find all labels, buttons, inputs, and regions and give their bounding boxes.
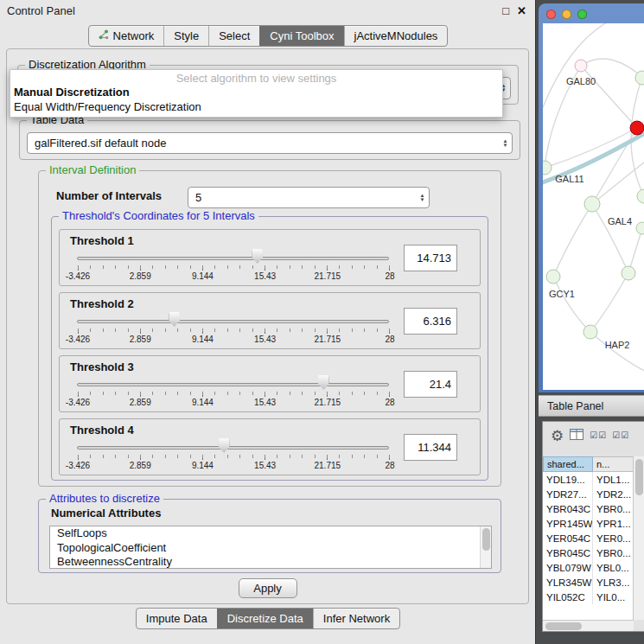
cell: YDR27... [543,487,593,501]
table-row[interactable]: YPR145WYPR1... [543,516,634,531]
list-item[interactable]: BetweennessCentrality [50,555,491,569]
scrollbar-thumb[interactable] [482,528,490,551]
network-node[interactable] [546,270,560,284]
table-row[interactable]: YBR045CYBR0... [543,545,634,560]
table-data-select[interactable]: galFiltered.sif default node ▲ ▼ [27,132,513,154]
network-canvas[interactable]: GAL80 GAL11 GAL4 GCY1 HAP2 [543,23,644,390]
algorithm-placeholder-option: Select algorithm to view settings [10,72,502,85]
selected-red-node[interactable] [630,121,644,135]
check-icon: ☑ [612,431,620,440]
slider-scale-labels: -3.426 2.859 9.144 15.43 21.715 28 [78,398,390,408]
table-vertical-scrollbar[interactable] [633,456,644,620]
threshold-3-value-field[interactable]: 21.4 [404,371,457,398]
table-horizontal-scrollbar[interactable] [543,620,634,631]
table-row[interactable]: YDR27...YDR2... [543,487,634,501]
zoom-traffic-icon[interactable] [577,10,587,19]
node-label: GCY1 [549,289,575,299]
minimize-traffic-icon[interactable] [562,10,571,19]
table-row[interactable]: YER054CYER0... [543,531,634,545]
threshold-1-value-field[interactable]: 14.713 [404,245,457,271]
threshold-4-slider-rail [78,438,389,456]
slider-scale-labels: -3.426 2.859 9.144 15.43 21.715 28 [78,335,390,345]
node-label: GAL11 [555,174,583,184]
table-row[interactable]: YDL19...YDL1... [543,472,634,487]
network-node[interactable] [622,266,635,280]
slider-minor-ticks [78,265,390,269]
scale-label: 9.144 [192,398,214,407]
threshold-4-value-field[interactable]: 11.344 [404,434,457,461]
check-icon: ☑ [590,431,597,440]
cell: YDL19... [543,472,593,487]
threshold-3-slider-thumb[interactable] [318,375,329,390]
tab-label: Network [113,29,155,42]
threshold-2-value-field[interactable]: 6.316 [404,308,457,335]
table-panel-header: Table Panel [539,395,644,417]
number-of-intervals-select[interactable]: 5 ▲ ▼ [188,187,430,208]
table-row[interactable]: YBR043CYBR0... [543,501,634,516]
list-item[interactable]: SelfLoops [50,526,491,541]
tab-network[interactable]: Network [89,26,164,46]
tab-cyni-toolbox[interactable]: Cyni Toolbox [259,26,343,46]
network-node[interactable] [637,189,644,203]
cell: YPR1... [593,516,634,531]
network-node[interactable] [583,325,597,339]
close-traffic-icon[interactable] [546,10,556,19]
list-scrollbar[interactable] [480,526,491,568]
threshold-1-panel: Threshold 1 -3.426 2.859 9.144 15.43 [59,229,481,286]
tab-style[interactable]: Style [163,26,208,46]
select-all-icons[interactable]: ☑☑ [612,431,628,440]
tab-impute-data[interactable]: Impute Data [137,609,217,628]
cell: YDL1... [593,472,634,487]
scale-label: 21.715 [315,271,341,281]
threshold-1-slider-thumb[interactable] [252,249,263,264]
slider-scale-labels: -3.426 2.859 9.144 15.43 21.715 28 [78,271,390,282]
algorithm-option-manual-discretization[interactable]: Manual Discretization [10,85,502,99]
threshold-4-slider-thumb[interactable] [219,438,230,453]
threshold-2-slider-thumb[interactable] [169,312,180,327]
table-row[interactable]: YBL079WYBL0... [543,560,634,575]
tab-label: Cyni Toolbox [270,29,334,42]
close-icon[interactable]: ✕ [517,5,526,16]
gear-icon[interactable]: ⚙ [551,429,564,443]
group-label: Interval Definition [46,163,139,176]
threshold-3-panel: Threshold 3 -3.426 2.859 9.144 15.43 [59,355,481,412]
cell: YPR145W [543,516,593,531]
cell: YER0... [593,531,634,545]
threshold-2-panel: Threshold 2 -3.426 2.859 9.144 15.43 [59,292,481,349]
threshold-1-label: Threshold 1 [70,234,134,247]
network-view-window: GAL80 GAL11 GAL4 GCY1 HAP2 [539,3,644,392]
scale-label: 15.43 [254,398,276,407]
algorithm-option-equal-width[interactable]: Equal Width/Frequency Discretization [10,99,502,114]
scale-label: 28 [385,461,394,470]
cell: YBR045C [543,545,593,560]
column-header-shared-name[interactable]: shared... [543,456,593,472]
table-toolbar: ⚙ ☑☑ ☑☑ [543,422,644,450]
list-item[interactable]: TopologicalCoefficient [50,541,491,556]
tab-jactivemnodules[interactable]: jActiveMNodules [344,26,448,46]
scrollbar-thumb[interactable] [545,622,582,630]
network-node[interactable] [636,222,644,234]
columns-icon[interactable] [570,428,583,443]
number-of-intervals-label: Number of Intervals [56,189,162,202]
apply-button[interactable]: Apply [239,578,297,598]
scale-label: -3.426 [66,398,90,407]
table-data-selected-value: galFiltered.sif default node [28,137,499,150]
table-row[interactable]: YLR345WYLR3... [543,575,634,590]
table-row[interactable]: YIL052CYIL0... [543,590,634,604]
network-node[interactable] [584,196,600,212]
tab-discretize-data[interactable]: Discretize Data [217,609,313,628]
network-node[interactable] [575,60,587,72]
float-icon[interactable]: □ [502,5,509,16]
tab-select[interactable]: Select [208,26,259,46]
algorithm-dropdown-popup: Select algorithm to view settings Manual… [10,69,503,118]
scale-label: 21.715 [315,398,341,407]
column-header-name[interactable]: n... [593,456,634,472]
scale-label: 28 [385,271,394,281]
select-visible-icons[interactable]: ☑☑ [590,431,606,440]
network-node[interactable] [543,161,552,175]
tab-label: Infer Network [323,612,390,625]
scrollbar-thumb[interactable] [635,459,643,495]
tab-infer-network[interactable]: Infer Network [313,609,399,628]
scale-label: 2.859 [130,398,151,407]
scale-label: 28 [385,335,394,344]
